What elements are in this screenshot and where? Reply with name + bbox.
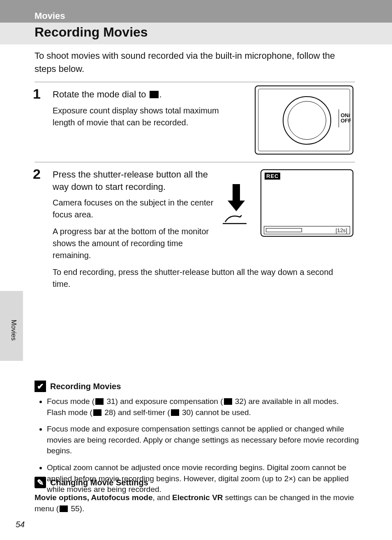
t: Electronic VR [172, 493, 223, 502]
step-body: Exposure count display shows total maxim… [53, 105, 229, 129]
step-body-text: To end recording, press the shutter-rele… [53, 266, 348, 290]
page-ref-icon [60, 505, 68, 512]
mode-dial-icon [283, 96, 331, 145]
step-head-pre: Rotate the mode dial to [53, 89, 149, 99]
step-body-text: Camera focuses on the subject in the cen… [53, 197, 217, 221]
intro-para: To shoot movies with sound recorded via … [35, 49, 355, 76]
step-heading: Press the shutter-release button all the… [53, 168, 209, 193]
press-arrow-icon [222, 184, 251, 225]
t: Focus mode ( [47, 397, 95, 406]
step-heading: Rotate the mode dial to . [53, 88, 254, 101]
illustration-rec-screen: REC [12s] [261, 169, 353, 237]
step-head-post: . [159, 89, 162, 99]
movie-mode-icon [150, 91, 159, 98]
note-bullet: Focus mode and exposure compensation set… [47, 424, 359, 457]
page-title: Recording Movies [35, 25, 148, 40]
rec-indicator: REC [265, 173, 280, 180]
step-number: 2 [33, 166, 41, 182]
page-number: 54 [16, 520, 25, 529]
timecode-value: 12s [337, 227, 346, 233]
page-ref-icon [95, 398, 104, 405]
check-icon: ✔ [35, 381, 46, 392]
timecode: [12s] [336, 227, 347, 233]
note-title: Recording Movies [50, 382, 121, 391]
divider [35, 82, 355, 82]
progress-row: [12s] [264, 226, 350, 234]
t: ) and self-timer ( [113, 408, 170, 417]
section-label: Movies [35, 11, 65, 21]
side-label: Movies [10, 320, 17, 341]
note-title-row: ✔ Recording Movies [35, 381, 359, 392]
t: ) and exposure compensation ( [115, 397, 223, 406]
note-title: Changing Movie Settings [50, 478, 148, 487]
t: ). [80, 504, 85, 513]
t: , and [152, 493, 172, 502]
page-ref-icon [93, 409, 101, 416]
page-ref-icon [224, 398, 232, 405]
divider [35, 162, 355, 162]
page-ref-icon [171, 409, 179, 416]
svg-marker-0 [228, 184, 245, 211]
info-icon: ✎ [35, 477, 46, 488]
t: 31 [106, 397, 115, 406]
onoff-label: ON/ OFF [339, 109, 353, 127]
t: 55 [71, 504, 79, 513]
note-changing-settings: ✎ Changing Movie Settings Movie options,… [35, 477, 359, 514]
note-bullet: Focus mode ( 31) and exposure compensati… [47, 396, 359, 418]
note-title-row: ✎ Changing Movie Settings [35, 477, 359, 488]
step-body-text: Exposure count display shows total maxim… [53, 105, 229, 129]
illustration-mode-dial: ON/ OFF [255, 85, 353, 155]
step-body-text: A progress bar at the bottom of the moni… [53, 226, 217, 261]
step-body: Camera focuses on the subject in the cen… [53, 197, 217, 261]
t: ) cannot be used. [191, 408, 251, 417]
t: Movie options, Autofocus mode [35, 493, 152, 502]
step-number: 1 [33, 86, 41, 102]
progress-bar [266, 228, 302, 232]
t: 30 [182, 408, 191, 417]
step-body-wide: To end recording, press the shutter-rele… [53, 266, 348, 290]
t: 28 [104, 408, 113, 417]
note-para: Movie options, Autofocus mode, and Elect… [35, 492, 359, 514]
t: 32 [235, 397, 244, 406]
